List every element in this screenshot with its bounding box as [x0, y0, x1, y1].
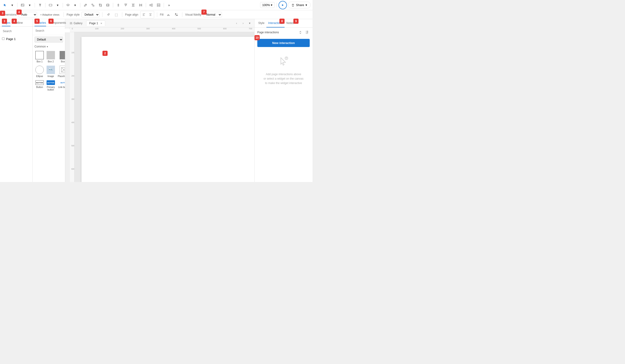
common-chevron-icon: ▾ [47, 45, 48, 48]
box2-preview [47, 51, 55, 59]
main-toolbar: ▾ ▾ T ▾ ▾ [0, 0, 312, 10]
page-item-1[interactable]: Page 1 [0, 36, 32, 42]
sep8 [164, 3, 164, 7]
add-adaptive-btn[interactable]: + Adaptive views [39, 12, 61, 18]
widget-box3-label: Box 3 [61, 60, 65, 63]
align-distribute[interactable] [115, 2, 122, 8]
ruler-v-mark-100: 100 [71, 51, 74, 54]
tab-interactions[interactable]: Interactions [266, 19, 284, 28]
align-top[interactable] [123, 2, 129, 8]
link-btn-preview-wrap: BUTTON [60, 80, 65, 85]
page-name-1: Page 1 [6, 37, 16, 41]
code-block-tool[interactable] [105, 2, 111, 8]
expand-tabs-btn[interactable]: ▾ [247, 21, 252, 26]
page-interactions-label: Page interactions [257, 31, 279, 34]
collapse-btn[interactable] [298, 30, 303, 35]
layers-tool[interactable] [65, 2, 71, 8]
primary-btn-preview-wrap: BUTTON [47, 80, 55, 85]
widget-image[interactable]: Image [46, 65, 56, 78]
widget-button[interactable]: BUTTON Button [34, 79, 45, 92]
page-align-group [140, 11, 154, 18]
prev-page-btn[interactable]: ‹ [234, 21, 239, 26]
zoom-control[interactable]: 100% ▾ [260, 2, 275, 8]
ruler-vertical: 100 200 300 400 500 600 [70, 32, 74, 182]
shape-dropdown[interactable]: ▾ [54, 2, 61, 8]
media-tools: ▾ [19, 2, 33, 8]
tab-notes[interactable]: Notes [284, 19, 295, 28]
image-dropdown[interactable]: ▾ [26, 2, 33, 8]
tab-gallery-label: Gallery [74, 22, 82, 25]
lib-search-input[interactable] [35, 29, 70, 32]
new-interaction-wrap: 10 New interaction [254, 37, 312, 49]
interactions-cursor-icon [278, 56, 289, 69]
crop-tool[interactable] [97, 2, 104, 8]
widget-ellipse[interactable]: Ellipse [34, 65, 45, 78]
widget-box3[interactable]: Box 3 [57, 50, 65, 64]
page-style-select[interactable]: Default [82, 12, 99, 17]
sep-tb2-5 [182, 12, 182, 17]
gallery-icon [70, 22, 72, 25]
widget-primary-btn[interactable]: BUTTON Primary button [46, 79, 56, 92]
tab-outline[interactable]: Outline [13, 21, 23, 26]
tab-pages[interactable]: Pages [2, 21, 10, 26]
fill-btn[interactable] [165, 12, 171, 18]
widget-link-btn-label: Link button [58, 86, 65, 89]
lib-search-row: ⋮ [32, 27, 65, 35]
fill-toggle[interactable] [173, 12, 179, 18]
transform-tool[interactable] [90, 2, 96, 8]
scale-v[interactable] [155, 2, 162, 8]
redo-btn[interactable]: ⬚ [113, 12, 119, 18]
ruler-h-mark-300: 300 [146, 28, 150, 30]
rect-tool[interactable] [47, 2, 54, 8]
tab-page1[interactable]: Page 1 ✕ [86, 21, 105, 26]
interactions-empty-state: Add page interactions above or select a … [254, 49, 312, 93]
align-center-btn[interactable] [147, 12, 154, 18]
widget-placeholder[interactable]: Placeholder [57, 65, 65, 78]
visual-fidelity-select[interactable]: Normal Low High [203, 12, 222, 17]
section-common-label: Common [34, 45, 46, 48]
box1-preview [35, 51, 44, 59]
expand-btn[interactable] [304, 30, 310, 35]
select-dropdown[interactable]: ▾ [9, 2, 15, 8]
layers-dropdown[interactable]: ▾ [72, 2, 78, 8]
next-page-btn[interactable]: › [240, 21, 246, 26]
lib-default-select[interactable]: Default [34, 36, 63, 43]
ruler-h-mark-600: 600 [223, 28, 227, 30]
auto-select[interactable]: Auto [18, 12, 37, 17]
tab-style[interactable]: Style [256, 19, 266, 28]
widget-placeholder-label: Placeholder [58, 75, 65, 78]
more-tools[interactable]: » [166, 2, 172, 8]
select-tool[interactable] [2, 2, 8, 8]
play-button[interactable] [279, 1, 287, 9]
new-interaction-button[interactable]: New interaction [257, 39, 310, 47]
ellipse-preview [35, 66, 44, 74]
close-page1-icon[interactable]: ✕ [100, 22, 102, 25]
widget-box2[interactable]: Box 2 [46, 50, 56, 64]
tab-components[interactable]: Components [49, 21, 66, 26]
tab-libraries[interactable]: Libraries [34, 21, 46, 26]
scale-h[interactable] [148, 2, 154, 8]
align-left-btn[interactable] [141, 12, 147, 18]
text-tool[interactable]: T [37, 2, 43, 8]
pages-tabs: Pages Outline [0, 19, 32, 27]
undo-btn[interactable]: ↺ [105, 12, 111, 18]
zoom-dropdown-icon: ▾ [271, 3, 273, 7]
canvas-content[interactable]: 2 [74, 32, 254, 182]
button-preview-wrap: BUTTON [35, 80, 44, 85]
tab-gallery[interactable]: Gallery [67, 21, 85, 26]
widget-link-btn[interactable]: BUTTON Link button [57, 79, 65, 92]
share-dropdown-icon: ▾ [306, 3, 307, 7]
share-button[interactable]: Share ▾ [288, 2, 311, 8]
distribute-v[interactable] [130, 2, 136, 8]
ruler-horizontal: 0 100 200 300 400 500 600 700 [70, 28, 254, 32]
selection-tools: ▾ [2, 2, 15, 8]
ruler-v-mark-600: 600 [71, 168, 74, 170]
pen-tool[interactable] [82, 2, 89, 8]
pages-search-row [0, 27, 32, 36]
image-tool[interactable] [19, 2, 26, 8]
widget-box1[interactable]: Box 1 [34, 50, 45, 64]
lib-section-common[interactable]: Common ▾ [32, 44, 65, 49]
sep-tb2-3 [122, 12, 122, 17]
sep9 [276, 3, 277, 7]
distribute-h[interactable] [137, 2, 144, 8]
